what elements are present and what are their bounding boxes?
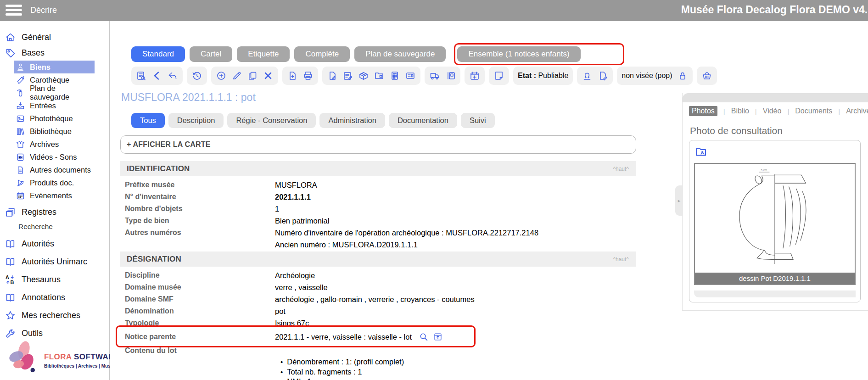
history-button[interactable] (191, 70, 202, 81)
list-edit-button[interactable] (342, 70, 353, 81)
record-tab-documentation[interactable]: Documentation (389, 113, 457, 128)
sign-doc-button[interactable] (597, 70, 608, 81)
video-doc-icon (16, 152, 25, 162)
hamburger-menu-icon[interactable] (6, 5, 23, 17)
back-to-top-link[interactable]: ^haut^ (613, 166, 629, 172)
section-rows: DisciplineArchéologieDomaine muséeverre … (120, 267, 636, 380)
media-tab-archives[interactable]: Archives (846, 107, 868, 115)
view-tab-ensemble-1-notices-enfants[interactable]: Ensemble (1 notices enfants) (457, 46, 580, 62)
sidebar-item-label: Autorités Unimarc (22, 257, 87, 267)
sidebar-item-thesaurus[interactable]: ABThesaurus (0, 272, 109, 287)
basket-button[interactable] (701, 70, 712, 81)
lock-button[interactable] (677, 70, 688, 81)
view-tab-complete[interactable]: Complète (294, 46, 350, 62)
search-button[interactable] (419, 332, 429, 342)
sidebar-item-registres[interactable]: Registres (0, 204, 109, 220)
card-button[interactable] (405, 70, 416, 81)
sidebar-item-label: Bases (22, 48, 45, 58)
bullet-item: •Total nb. fragments : 1 (280, 367, 636, 377)
sidebar-item-archives[interactable]: Archives (14, 138, 95, 151)
field-value-line: Bien patrimonial (275, 215, 329, 227)
toolbar-group (322, 67, 420, 85)
field-label: Autres numéros (120, 227, 275, 251)
media-tab-separator: | (723, 107, 725, 115)
stamp-button[interactable] (582, 70, 593, 81)
view-tab-plan-de-sauvegarde[interactable]: Plan de sauvegarde (354, 46, 446, 62)
field-value: Isings 67c (275, 317, 309, 329)
sidebar-item-videos-sons[interactable]: Vidéos - Sons (14, 151, 95, 163)
sidebar-item-general[interactable]: Général (0, 29, 109, 45)
view-tab-standard[interactable]: Standard (131, 46, 185, 62)
note-button[interactable] (493, 70, 504, 81)
field-label: Notice parente (120, 331, 275, 343)
sidebar-item-annotations[interactable]: Annotations (0, 290, 109, 305)
toolbar-group: Etat : Publiable (513, 67, 573, 85)
record-section-tabs: TousDescriptionRégie - ConservationAdmin… (131, 113, 495, 128)
add-button[interactable] (216, 70, 227, 81)
sidebar-item-plan-de-sauvegarde[interactable]: Plan de sauvegarde (14, 86, 95, 99)
form-search-icon (136, 70, 147, 81)
butterfly-logo-icon (5, 341, 39, 375)
sidebar-item-autorites[interactable]: Autorités (0, 236, 109, 251)
sidebar-item-produits-doc[interactable]: Produits doc. (14, 176, 95, 189)
show-map-toggle[interactable]: + AFFICHER LA CARTE (120, 135, 636, 154)
media-tab-video[interactable]: Vidéo (763, 107, 782, 115)
photo-caption: dessin Pot D2019.1.1.1 (695, 273, 855, 284)
field-value-wrap: pot (275, 305, 286, 317)
thesaurus-icon: AB (5, 274, 16, 285)
doc-export-button[interactable] (287, 70, 298, 81)
folder-action-button[interactable] (374, 70, 385, 81)
folder-image-icon[interactable] (694, 145, 708, 160)
delete-button[interactable] (263, 70, 274, 81)
photo-icon (16, 114, 25, 123)
field-value: Numéro d'inventaire de l'opération arché… (275, 227, 538, 251)
doc-edit-button[interactable] (327, 70, 338, 81)
record-tab-suivi[interactable]: Suivi (461, 113, 495, 128)
dock-button[interactable] (445, 70, 456, 81)
sidebar-item-biens[interactable]: Biens (14, 61, 95, 73)
sidebar-item-recherche[interactable]: Recherche (18, 220, 109, 234)
field-label: Préfixe musée (120, 179, 275, 191)
record-tab-administration[interactable]: Administration (319, 113, 385, 128)
sidebar-item-mes-recherches[interactable]: Mes recherches (0, 307, 109, 323)
field-value-line: 1 (275, 203, 279, 215)
view-tab-etiquette[interactable]: Etiquette (237, 46, 290, 62)
package-button[interactable] (358, 70, 369, 81)
calendar-plus-button[interactable] (469, 70, 480, 81)
print-button[interactable] (302, 70, 314, 81)
copy-button[interactable] (247, 70, 258, 81)
field-value-line: Isings 67c (275, 317, 309, 329)
open-record-button[interactable] (433, 332, 443, 342)
field-value: Archéologie (275, 269, 315, 281)
sidebar-item-evenements[interactable]: Evènements (14, 189, 95, 202)
record-tab-tous[interactable]: Tous (131, 113, 165, 128)
media-tab-documents[interactable]: Documents (795, 107, 832, 115)
sidebar-item-autorites-unimarc[interactable]: Autorités Unimarc (0, 254, 109, 269)
media-tab-biblio[interactable]: Biblio (731, 107, 749, 115)
truck-button[interactable] (429, 70, 440, 81)
media-tab-photos[interactable]: Photos (689, 106, 717, 116)
sidebar-item-outils[interactable]: Outils (0, 325, 109, 341)
back-to-top-link[interactable]: ^haut^ (613, 256, 629, 263)
record-tab-regie-conservation[interactable]: Régie - Conservation (227, 113, 316, 128)
field-value: pot (275, 305, 286, 317)
calculator-button[interactable] (389, 70, 400, 81)
record-tab-description[interactable]: Description (168, 113, 224, 128)
sidebar-item-bibliotheque[interactable]: Bibliothèque (14, 125, 95, 138)
sidebar-item-bases[interactable]: Bases (0, 45, 109, 61)
sidebar-item-autres-documents[interactable]: Autres documents (14, 163, 95, 176)
sidebar-item-label: Archives (30, 140, 59, 149)
produits-icon (16, 178, 25, 188)
view-tab-cartel[interactable]: Cartel (190, 46, 232, 62)
media-panel-collapse-handle[interactable]: ▸ (675, 185, 683, 216)
reply-button[interactable] (167, 70, 178, 81)
sidebar-item-phototheque[interactable]: Photothèque (14, 112, 95, 125)
field-row-n-d-inventaire: N° d'inventaire2021.1.1.1 (120, 191, 636, 203)
search-icon (419, 332, 429, 342)
field-value: archéologie , gallo-romain , verrerie , … (275, 293, 475, 305)
bullet-dot: • (280, 367, 283, 377)
back-button[interactable] (151, 70, 162, 81)
field-row-typologie: TypologieIsings 67c (120, 317, 636, 329)
edit-button[interactable] (231, 70, 242, 81)
form-search-button[interactable] (136, 70, 147, 81)
